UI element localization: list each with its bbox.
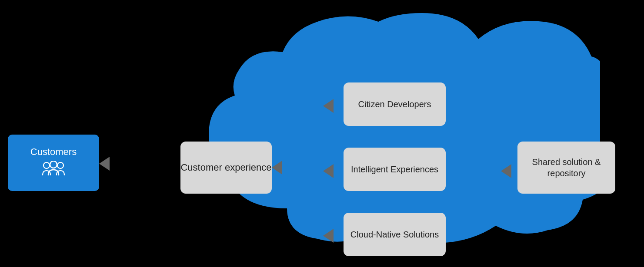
arrow-triangle bbox=[323, 229, 334, 243]
customers-box: Customers bbox=[8, 135, 99, 191]
cloud-native-solutions-label: Cloud-Native Solutions bbox=[350, 229, 439, 240]
arrow-triangle bbox=[323, 99, 334, 113]
arrow-triangle bbox=[501, 164, 511, 178]
arrow-repo-left bbox=[501, 164, 511, 178]
svg-point-2 bbox=[50, 161, 57, 168]
customers-icon bbox=[42, 161, 65, 179]
cloud-native-solutions-box: Cloud-Native Solutions bbox=[344, 213, 446, 256]
arrow-triangle bbox=[323, 164, 334, 178]
arrow-customers-to-cx bbox=[99, 159, 156, 168]
diagram-container: Customers Customer experience bbox=[0, 0, 644, 267]
arrow-triangle bbox=[272, 161, 282, 175]
svg-point-1 bbox=[57, 162, 63, 168]
customers-label: Customers bbox=[30, 146, 77, 158]
svg-point-0 bbox=[43, 162, 50, 168]
arrow-cloud-native-left bbox=[323, 229, 334, 243]
arrow-intelligent-left bbox=[323, 164, 334, 178]
customer-experience-label: Customer experience bbox=[180, 162, 271, 174]
arrow-cx-to-cloud bbox=[272, 161, 282, 175]
intelligent-experiences-box: Intelligent Experiences bbox=[344, 148, 446, 191]
arrow-citizen-left bbox=[323, 99, 334, 113]
intelligent-experiences-label: Intelligent Experiences bbox=[351, 164, 438, 175]
customer-experience-box: Customer experience bbox=[180, 142, 272, 194]
shared-repo-label: Shared solution & repository bbox=[517, 156, 615, 179]
citizen-developers-box: Citizen Developers bbox=[344, 82, 446, 126]
arrow-triangle bbox=[99, 157, 110, 171]
citizen-developers-label: Citizen Developers bbox=[358, 99, 431, 110]
shared-solution-repository-box: Shared solution & repository bbox=[517, 142, 615, 194]
